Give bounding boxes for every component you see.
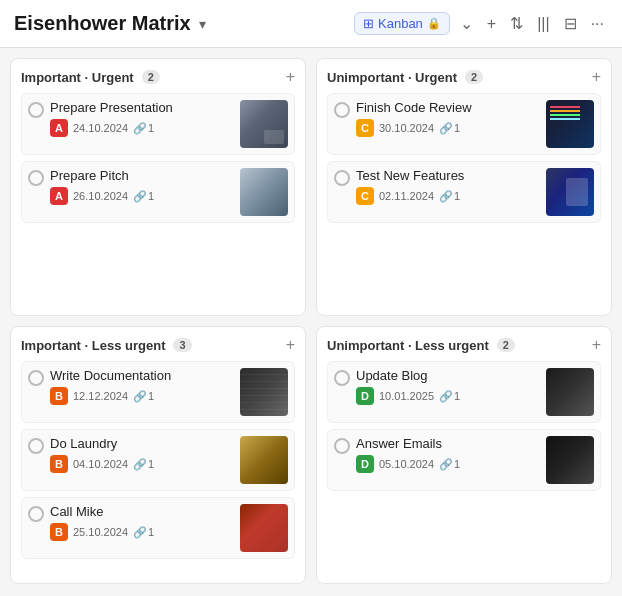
paperclip-icon: 🔗 bbox=[439, 190, 453, 203]
priority-badge: D bbox=[356, 387, 374, 405]
quadrant-header-important-urgent: Important · Urgent2+ bbox=[21, 69, 295, 85]
eisenhower-matrix: Important · Urgent2+Prepare Presentation… bbox=[0, 48, 622, 594]
kanban-label: Kanban bbox=[378, 16, 423, 31]
priority-badge: B bbox=[50, 387, 68, 405]
quadrant-important-less-urgent: Important · Less urgent3+Write Documenta… bbox=[10, 326, 306, 584]
task-card: Do LaundryB04.10.2024🔗1 bbox=[21, 429, 295, 491]
priority-badge: A bbox=[50, 187, 68, 205]
quadrant-count: 2 bbox=[142, 70, 160, 84]
priority-badge: A bbox=[50, 119, 68, 137]
task-name: Update Blog bbox=[356, 368, 540, 383]
columns-icon[interactable]: ||| bbox=[533, 13, 553, 35]
task-date: 24.10.2024 bbox=[73, 122, 128, 134]
priority-badge: D bbox=[356, 455, 374, 473]
filter-icon[interactable]: ⊟ bbox=[560, 12, 581, 35]
task-name: Finish Code Review bbox=[356, 100, 540, 115]
quadrant-count: 2 bbox=[497, 338, 515, 352]
task-link-count: 🔗1 bbox=[133, 190, 154, 203]
priority-badge: C bbox=[356, 119, 374, 137]
paperclip-icon: 🔗 bbox=[133, 390, 147, 403]
paperclip-icon: 🔗 bbox=[133, 458, 147, 471]
quadrant-header-important-less-urgent: Important · Less urgent3+ bbox=[21, 337, 295, 353]
quadrant-header-unimportant-less-urgent: Unimportant · Less urgent2+ bbox=[327, 337, 601, 353]
task-card: Finish Code ReviewC30.10.2024🔗1 bbox=[327, 93, 601, 155]
task-name: Do Laundry bbox=[50, 436, 234, 451]
paperclip-icon: 🔗 bbox=[439, 458, 453, 471]
view-dropdown-icon[interactable]: ⌄ bbox=[456, 12, 477, 35]
task-thumbnail bbox=[240, 436, 288, 484]
add-task-button[interactable]: + bbox=[592, 337, 601, 353]
task-checkbox[interactable] bbox=[28, 438, 44, 454]
task-checkbox[interactable] bbox=[334, 438, 350, 454]
task-link-count: 🔗1 bbox=[133, 390, 154, 403]
quadrant-count: 2 bbox=[465, 70, 483, 84]
task-name: Answer Emails bbox=[356, 436, 540, 451]
task-checkbox[interactable] bbox=[334, 102, 350, 118]
task-checkbox[interactable] bbox=[28, 102, 44, 118]
task-link-count: 🔗1 bbox=[439, 458, 460, 471]
task-checkbox[interactable] bbox=[28, 506, 44, 522]
task-date: 30.10.2024 bbox=[379, 122, 434, 134]
task-name: Call Mike bbox=[50, 504, 234, 519]
task-thumbnail bbox=[546, 436, 594, 484]
paperclip-icon: 🔗 bbox=[439, 122, 453, 135]
task-card: Answer EmailsD05.10.2024🔗1 bbox=[327, 429, 601, 491]
priority-badge: C bbox=[356, 187, 374, 205]
task-thumbnail bbox=[546, 368, 594, 416]
task-thumbnail bbox=[240, 368, 288, 416]
paperclip-icon: 🔗 bbox=[133, 190, 147, 203]
task-link-count: 🔗1 bbox=[439, 390, 460, 403]
task-card: Test New FeaturesC02.11.2024🔗1 bbox=[327, 161, 601, 223]
paperclip-icon: 🔗 bbox=[439, 390, 453, 403]
title-dropdown-icon[interactable]: ▾ bbox=[199, 16, 206, 32]
paperclip-icon: 🔗 bbox=[133, 122, 147, 135]
toolbar: ⊞ Kanban 🔒 ⌄ + ⇅ ||| ⊟ ··· bbox=[354, 12, 608, 35]
task-date: 25.10.2024 bbox=[73, 526, 128, 538]
priority-badge: B bbox=[50, 455, 68, 473]
task-link-count: 🔗1 bbox=[133, 526, 154, 539]
quadrant-unimportant-urgent: Unimportant · Urgent2+Finish Code Review… bbox=[316, 58, 612, 316]
task-checkbox[interactable] bbox=[28, 170, 44, 186]
task-card: Prepare PitchA26.10.2024🔗1 bbox=[21, 161, 295, 223]
task-link-count: 🔗1 bbox=[439, 122, 460, 135]
quadrant-title: Unimportant · Less urgent bbox=[327, 338, 489, 353]
task-link-count: 🔗1 bbox=[439, 190, 460, 203]
add-task-button[interactable]: + bbox=[286, 337, 295, 353]
add-task-button[interactable]: + bbox=[592, 69, 601, 85]
quadrant-count: 3 bbox=[173, 338, 191, 352]
task-date: 02.11.2024 bbox=[379, 190, 434, 202]
task-checkbox[interactable] bbox=[28, 370, 44, 386]
task-name: Prepare Presentation bbox=[50, 100, 234, 115]
quadrant-header-unimportant-urgent: Unimportant · Urgent2+ bbox=[327, 69, 601, 85]
quadrant-important-urgent: Important · Urgent2+Prepare Presentation… bbox=[10, 58, 306, 316]
add-task-button[interactable]: + bbox=[286, 69, 295, 85]
task-thumbnail bbox=[546, 100, 594, 148]
task-checkbox[interactable] bbox=[334, 170, 350, 186]
task-date: 10.01.2025 bbox=[379, 390, 434, 402]
add-view-icon[interactable]: + bbox=[483, 13, 500, 35]
task-date: 04.10.2024 bbox=[73, 458, 128, 470]
task-date: 26.10.2024 bbox=[73, 190, 128, 202]
task-card: Update BlogD10.01.2025🔗1 bbox=[327, 361, 601, 423]
quadrant-title: Unimportant · Urgent bbox=[327, 70, 457, 85]
task-card: Call MikeB25.10.2024🔗1 bbox=[21, 497, 295, 559]
task-card: Prepare PresentationA24.10.2024🔗1 bbox=[21, 93, 295, 155]
task-date: 05.10.2024 bbox=[379, 458, 434, 470]
task-link-count: 🔗1 bbox=[133, 122, 154, 135]
task-thumbnail bbox=[240, 100, 288, 148]
task-name: Write Documentation bbox=[50, 368, 234, 383]
quadrant-title: Important · Urgent bbox=[21, 70, 134, 85]
kanban-grid-icon: ⊞ bbox=[363, 16, 374, 31]
task-card: Write DocumentationB12.12.2024🔗1 bbox=[21, 361, 295, 423]
quadrant-unimportant-less-urgent: Unimportant · Less urgent2+Update BlogD1… bbox=[316, 326, 612, 584]
quadrant-title: Important · Less urgent bbox=[21, 338, 165, 353]
task-name: Test New Features bbox=[356, 168, 540, 183]
task-thumbnail bbox=[240, 504, 288, 552]
task-checkbox[interactable] bbox=[334, 370, 350, 386]
sort-icon[interactable]: ⇅ bbox=[506, 12, 527, 35]
task-thumbnail bbox=[546, 168, 594, 216]
header: Eisenhower Matrix ▾ ⊞ Kanban 🔒 ⌄ + ⇅ |||… bbox=[0, 0, 622, 48]
kanban-view-button[interactable]: ⊞ Kanban 🔒 bbox=[354, 12, 450, 35]
more-options-icon[interactable]: ··· bbox=[587, 13, 608, 35]
paperclip-icon: 🔗 bbox=[133, 526, 147, 539]
